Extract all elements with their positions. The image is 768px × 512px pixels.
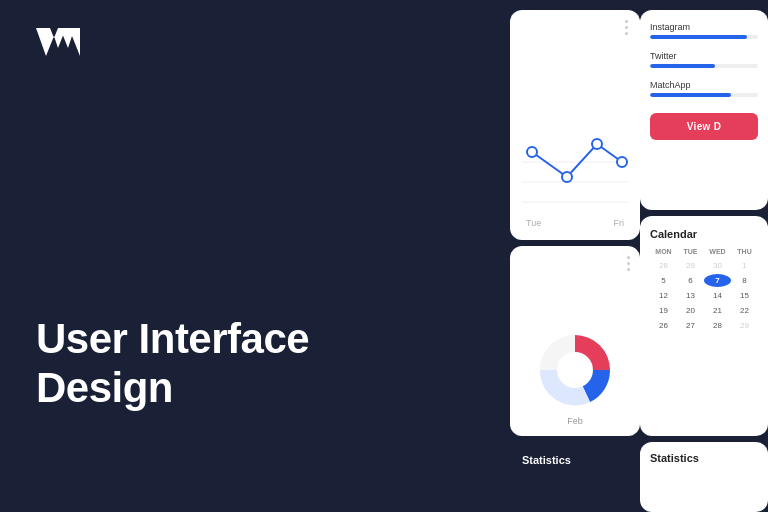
svg-point-7 xyxy=(592,139,602,149)
chart-area: Tue Fri xyxy=(522,22,628,228)
cal-cell-30[interactable]: 30 xyxy=(704,259,731,272)
cal-cell-12[interactable]: 12 xyxy=(650,289,677,302)
cal-row-5: 26 27 28 29 xyxy=(650,319,758,332)
dot1 xyxy=(625,20,628,23)
cal-header-mon: MON xyxy=(650,248,677,255)
dots-menu-chart[interactable] xyxy=(625,20,628,35)
social-name-instagram: Instagram xyxy=(650,22,758,32)
right-panel: Tue Fri xyxy=(510,0,768,512)
cal-cell-6[interactable]: 6 xyxy=(677,274,704,287)
dot2 xyxy=(625,26,628,29)
social-bar-fill-twitter xyxy=(650,64,715,68)
svg-point-6 xyxy=(562,172,572,182)
calendar-header-row: MON TUE WED THU xyxy=(650,248,758,255)
social-bar-bg-twitter xyxy=(650,64,758,68)
chart-label-tue: Tue xyxy=(526,218,541,228)
cal-cell-13[interactable]: 13 xyxy=(677,289,704,302)
chart-labels: Tue Fri xyxy=(522,218,628,228)
svg-point-8 xyxy=(617,157,627,167)
dot1 xyxy=(627,256,630,259)
cal-row-2: 5 6 7 8 xyxy=(650,274,758,287)
dots-menu-pie[interactable] xyxy=(627,256,630,271)
left-panel: User Interface Design xyxy=(0,0,510,512)
cal-row-4: 19 20 21 22 xyxy=(650,304,758,317)
cal-cell-29[interactable]: 29 xyxy=(677,259,704,272)
cal-cell-22[interactable]: 22 xyxy=(731,304,758,317)
social-bar-fill-instagram xyxy=(650,35,747,39)
pie-card: Feb xyxy=(510,246,640,436)
social-name-twitter: Twitter xyxy=(650,51,758,61)
col-right: Instagram Twitter MatchApp View D xyxy=(640,0,768,512)
dot2 xyxy=(627,262,630,265)
view-details-button[interactable]: View D xyxy=(650,113,758,140)
pie-visual xyxy=(535,330,615,410)
logo xyxy=(36,28,510,62)
stats-right-title: Statistics xyxy=(650,452,758,464)
social-bar-fill-matchapp xyxy=(650,93,731,97)
cal-row-3: 12 13 14 15 xyxy=(650,289,758,302)
dot3 xyxy=(625,32,628,35)
cal-cell-7[interactable]: 7 xyxy=(704,274,731,287)
cal-header-wed: WED xyxy=(704,248,731,255)
social-item-instagram: Instagram xyxy=(650,22,758,39)
stats-dark-card: Statistics xyxy=(510,442,640,512)
col-left: Tue Fri xyxy=(510,0,640,512)
social-card: Instagram Twitter MatchApp View D xyxy=(640,10,768,210)
calendar-title: Calendar xyxy=(650,228,758,240)
cal-cell-15[interactable]: 15 xyxy=(731,289,758,302)
dot3 xyxy=(627,268,630,271)
cal-cell-8[interactable]: 8 xyxy=(731,274,758,287)
headline-line2: Design xyxy=(36,364,309,412)
svg-point-10 xyxy=(557,352,593,388)
cal-cell-27[interactable]: 27 xyxy=(677,319,704,332)
cal-cell-14[interactable]: 14 xyxy=(704,289,731,302)
cal-cell-28a[interactable]: 28 xyxy=(650,259,677,272)
cal-header-thu: THU xyxy=(731,248,758,255)
chart-label-fri: Fri xyxy=(614,218,625,228)
headline-line1: User Interface xyxy=(36,315,309,363)
svg-point-5 xyxy=(527,147,537,157)
cal-cell-1[interactable]: 1 xyxy=(731,259,758,272)
headline: User Interface Design xyxy=(36,315,309,412)
cal-cell-5[interactable]: 5 xyxy=(650,274,677,287)
cal-cell-26[interactable]: 26 xyxy=(650,319,677,332)
social-item-matchapp: MatchApp xyxy=(650,80,758,97)
calendar-grid: MON TUE WED THU 28 29 30 1 5 6 7 8 xyxy=(650,248,758,332)
cal-cell-20[interactable]: 20 xyxy=(677,304,704,317)
logo-icon xyxy=(36,28,80,58)
social-bar-bg-matchapp xyxy=(650,93,758,97)
cal-cell-21[interactable]: 21 xyxy=(704,304,731,317)
cal-cell-19[interactable]: 19 xyxy=(650,304,677,317)
social-bar-bg-instagram xyxy=(650,35,758,39)
stats-white-card: Statistics xyxy=(640,442,768,512)
svg-marker-1 xyxy=(60,28,80,56)
svg-marker-0 xyxy=(36,28,66,56)
cal-cell-28b[interactable]: 28 xyxy=(704,319,731,332)
cal-row-1: 28 29 30 1 xyxy=(650,259,758,272)
cal-cell-29b[interactable]: 29 xyxy=(731,319,758,332)
social-name-matchapp: MatchApp xyxy=(650,80,758,90)
calendar-card: Calendar MON TUE WED THU 28 29 30 1 5 xyxy=(640,216,768,436)
stats-dark-title: Statistics xyxy=(522,454,628,466)
line-chart xyxy=(522,122,628,212)
social-item-twitter: Twitter xyxy=(650,51,758,68)
chart-card: Tue Fri xyxy=(510,10,640,240)
month-label: Feb xyxy=(567,416,583,426)
cal-header-tue: TUE xyxy=(677,248,704,255)
